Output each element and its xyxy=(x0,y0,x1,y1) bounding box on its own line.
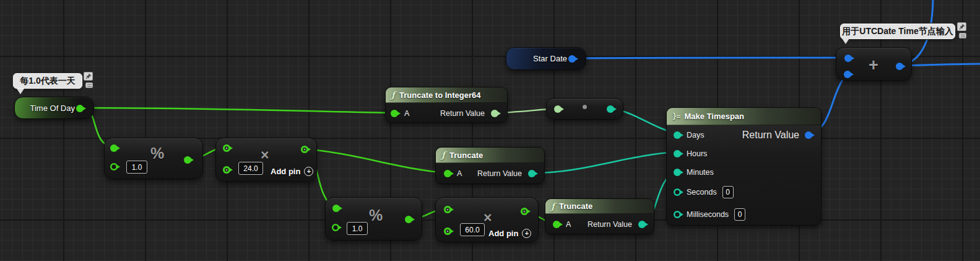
pin-row-seconds: Seconds 0 xyxy=(667,185,734,200)
input-pin-a[interactable] xyxy=(844,55,852,62)
add-pin-label: Add pin xyxy=(271,167,300,176)
node-title: Truncate xyxy=(559,201,592,211)
node-title: Make Timespan xyxy=(684,112,744,121)
comment-pin-icon[interactable] xyxy=(957,22,966,31)
input-pin-b[interactable] xyxy=(444,228,451,235)
comment-bubble-toggle-icon[interactable] xyxy=(959,33,966,38)
wire[interactable] xyxy=(304,149,447,173)
input-pin-b[interactable] xyxy=(223,166,230,174)
output-pin[interactable] xyxy=(301,146,308,153)
comment-pin-icon[interactable] xyxy=(84,72,93,81)
comment-text: 每1.0代表一天 xyxy=(20,76,75,87)
input-pin-a[interactable] xyxy=(332,205,340,212)
variable-node-star-date[interactable]: Star Date xyxy=(506,47,586,70)
conversion-dot-icon xyxy=(583,105,587,109)
pin-label-hours: Hours xyxy=(687,149,707,158)
output-pin-time-of-day[interactable] xyxy=(76,105,84,112)
pin-label-return: Return Value xyxy=(440,109,485,118)
comment-tail xyxy=(842,38,849,48)
modulo-operator-glyph: % xyxy=(369,208,383,223)
pin-row-days: Days xyxy=(667,128,704,143)
output-pin-return-value[interactable] xyxy=(805,131,812,139)
function-node-truncate-hours[interactable]: ƒ Truncate A Return Value xyxy=(435,147,545,184)
multiply-node-60[interactable]: 60.0 × Add pin + xyxy=(435,197,539,242)
pin-label-return: Return Value xyxy=(588,220,632,229)
node-title: Truncate xyxy=(449,151,483,160)
function-node-truncate-minutes[interactable]: ƒ Truncate A Return Value xyxy=(545,198,654,234)
add-pin-label: Add pin xyxy=(488,229,518,238)
output-pin[interactable] xyxy=(184,156,191,164)
input-pin-hours[interactable] xyxy=(674,150,681,157)
multiply-operator-glyph: × xyxy=(261,148,269,162)
function-icon: ƒ xyxy=(441,151,445,159)
variable-node-time-of-day[interactable]: Time Of Day xyxy=(14,97,94,119)
comment-text: 用于UTCDate Time节点输入 xyxy=(842,26,953,37)
modulo-operator-glyph: % xyxy=(150,146,164,161)
input-pin-a[interactable] xyxy=(444,170,451,177)
output-pin-return-value[interactable] xyxy=(638,221,646,228)
input-pin-a[interactable] xyxy=(391,110,398,117)
pin-label-return: Return Value xyxy=(742,130,799,141)
add-pin-plus-icon: + xyxy=(304,167,313,176)
output-pin[interactable] xyxy=(607,105,614,113)
value-field[interactable]: 24.0 xyxy=(238,162,263,175)
comment-bubble-toggle-icon[interactable] xyxy=(85,82,93,88)
output-pin-star-date[interactable] xyxy=(568,55,576,63)
comment-tail xyxy=(17,89,24,98)
pin-row-minutes: Minutes xyxy=(667,165,714,180)
pin-row-milliseconds: Milliseconds 0 xyxy=(667,207,745,222)
input-pin-a[interactable] xyxy=(444,206,451,213)
comment-bubble-utc[interactable]: 用于UTCDate Time节点输入 xyxy=(840,24,955,39)
input-pin-milliseconds[interactable] xyxy=(674,211,681,218)
output-pin[interactable] xyxy=(405,216,412,223)
comment-bubble-day[interactable]: 每1.0代表一天 xyxy=(13,73,82,89)
output-pin-return-value[interactable] xyxy=(491,110,498,117)
output-pin[interactable] xyxy=(521,208,528,215)
make-struct-icon: }= xyxy=(672,113,680,120)
input-pin-days[interactable] xyxy=(674,131,681,139)
wire[interactable] xyxy=(571,58,848,58)
graph-canvas[interactable]: 每1.0代表一天 Time Of Day 1.0 % 24.0 × Add pi… xyxy=(0,0,980,261)
value-field[interactable]: 1.0 xyxy=(347,222,368,235)
pin-label-a: A xyxy=(404,109,409,118)
function-icon: ƒ xyxy=(391,91,395,99)
seconds-value-field[interactable]: 0 xyxy=(722,186,734,198)
pin-label-seconds: Seconds xyxy=(687,188,717,197)
input-pin[interactable] xyxy=(554,105,562,113)
value-field[interactable]: 60.0 xyxy=(460,223,485,236)
add-pin-button[interactable]: Add pin + xyxy=(271,167,313,176)
variable-label: Time Of Day xyxy=(30,97,75,118)
add-pin-plus-icon: + xyxy=(522,229,531,238)
input-pin-seconds[interactable] xyxy=(674,188,681,196)
wire[interactable] xyxy=(83,108,394,113)
input-pin-a[interactable] xyxy=(223,144,230,152)
input-pin-b[interactable] xyxy=(110,163,118,170)
pin-label-milliseconds: Milliseconds xyxy=(687,210,729,219)
input-pin-b[interactable] xyxy=(332,224,339,231)
input-pin-b[interactable] xyxy=(844,71,851,78)
input-pin-minutes[interactable] xyxy=(674,169,681,176)
value-field[interactable]: 1.0 xyxy=(126,161,147,174)
output-pin-return-value[interactable] xyxy=(528,170,536,177)
pin-row-return-value: Return Value xyxy=(742,128,812,143)
add-operator-glyph: + xyxy=(869,57,878,74)
variable-label: Star Date xyxy=(533,48,567,69)
function-icon: ƒ xyxy=(551,202,555,211)
output-pin[interactable] xyxy=(896,63,903,70)
function-node-truncate-to-integer64[interactable]: ƒ Truncate to Integer64 A Return Value xyxy=(385,87,508,123)
add-pin-button[interactable]: Add pin + xyxy=(488,229,531,238)
milliseconds-value-field[interactable]: 0 xyxy=(734,208,745,221)
function-node-make-timespan[interactable]: }= Make Timespan Days Hours Minutes Seco… xyxy=(666,107,822,226)
wire[interactable] xyxy=(531,152,677,173)
multiply-node-24[interactable]: 24.0 × Add pin + xyxy=(215,138,317,182)
input-pin-a[interactable] xyxy=(553,221,560,228)
conversion-node-int64-to-int[interactable] xyxy=(546,98,623,120)
input-pin-a[interactable] xyxy=(110,144,118,152)
pin-label-minutes: Minutes xyxy=(687,168,714,177)
modulo-node-hour[interactable]: 1.0 % xyxy=(325,197,422,241)
pin-label-return: Return Value xyxy=(477,169,522,178)
modulo-node-day[interactable]: 1.0 % xyxy=(104,138,203,179)
pin-label-days: Days xyxy=(687,131,704,139)
pin-label-a: A xyxy=(566,220,571,229)
add-node-datetime[interactable]: + xyxy=(836,47,912,81)
